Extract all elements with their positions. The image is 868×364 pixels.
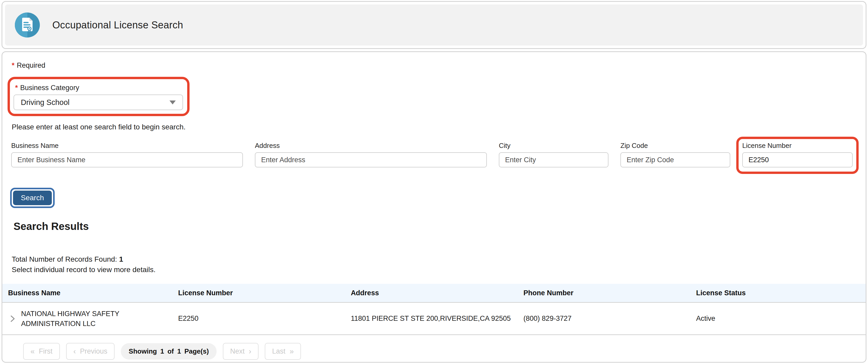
column-header-phone-number: Phone Number (521, 289, 693, 297)
license-number-label: License Number (742, 142, 852, 150)
occupational-license-search-page: Occupational License Search *Required *B… (0, 1, 868, 363)
search-hint-text: Please enter at least one search field t… (2, 123, 866, 131)
dropdown-arrow-icon (169, 100, 176, 104)
zip-code-label: Zip Code (620, 142, 730, 150)
records-found-count: 1 (119, 255, 123, 263)
pagination-total-pages: 1 (177, 347, 181, 356)
search-button-focus-ring: Search (10, 188, 55, 208)
pagination-first-label: First (39, 347, 52, 356)
pagination-showing-text: Showing (129, 347, 157, 356)
license-number-field: License Number (742, 142, 852, 168)
table-row[interactable]: NATIONAL HIGHWAY SAFETY ADMINISTRATION L… (2, 303, 866, 335)
results-table: Business Name License Number Address Pho… (2, 284, 866, 335)
pagination-first-button[interactable]: « First (23, 343, 60, 360)
pagination-next-button[interactable]: Next › (223, 343, 258, 360)
cell-business-name: NATIONAL HIGHWAY SAFETY ADMINISTRATION L… (2, 309, 175, 329)
cell-license-status: Active (693, 314, 866, 323)
pagination-pages-text: Page(s) (184, 347, 209, 356)
search-fields-row: Business Name Address City Zip Code Lice… (2, 142, 866, 168)
business-category-select[interactable]: Driving School (13, 94, 183, 110)
cell-phone-number: (800) 829-3727 (521, 314, 693, 323)
double-chevron-right-icon: » (289, 347, 294, 355)
zip-code-input[interactable] (620, 152, 730, 168)
column-header-business-name: Business Name (2, 289, 175, 297)
results-table-header: Business Name License Number Address Pho… (2, 284, 866, 303)
city-label: City (499, 142, 609, 150)
city-input[interactable] (499, 152, 609, 168)
business-name-value: NATIONAL HIGHWAY SAFETY ADMINISTRATION L… (21, 309, 123, 329)
chevron-left-icon: ‹ (73, 347, 76, 355)
address-field: Address (255, 142, 487, 168)
business-category-label: *Business Category (15, 84, 183, 92)
search-button-row: Search (10, 188, 866, 208)
address-label: Address (255, 142, 487, 150)
search-panel: *Required *Business Category Driving Sch… (2, 51, 866, 363)
search-button[interactable]: Search (13, 190, 52, 205)
license-number-annotation-box: License Number (736, 137, 859, 174)
records-found-label: Total Number of Records Found: (12, 255, 117, 263)
column-header-license-status: License Status (693, 289, 866, 297)
column-header-address: Address (347, 289, 520, 297)
business-category-selected-value: Driving School (21, 98, 69, 107)
pagination-next-label: Next (230, 347, 245, 356)
page-title: Occupational License Search (52, 20, 183, 31)
pagination: « First ‹ Previous Showing 1 of 1 Page(s… (23, 343, 866, 360)
pagination-previous-button[interactable]: ‹ Previous (66, 343, 115, 360)
chevron-right-icon: › (249, 347, 251, 355)
page-header: Occupational License Search (2, 1, 866, 49)
records-found-line: Total Number of Records Found: 1 (12, 254, 856, 265)
business-category-label-text: Business Category (20, 84, 80, 92)
pagination-status: Showing 1 of 1 Page(s) (121, 343, 217, 360)
required-note-label: Required (17, 61, 45, 69)
pagination-previous-label: Previous (80, 347, 107, 356)
business-category-annotation-box: *Business Category Driving School (7, 77, 189, 116)
header-band: Occupational License Search (5, 4, 863, 46)
business-name-field: Business Name (11, 142, 243, 168)
business-category-required-asterisk: * (15, 84, 18, 92)
cell-address: 11801 PIERCE ST STE 200,RIVERSIDE,CA 925… (347, 314, 520, 323)
column-header-license-number: License Number (175, 289, 347, 297)
license-number-input[interactable] (742, 152, 852, 168)
zip-code-field: Zip Code (620, 142, 730, 168)
search-results-heading: Search Results (2, 220, 866, 232)
pagination-current-page: 1 (160, 347, 164, 356)
license-certificate-icon (15, 12, 40, 37)
expand-row-chevron-icon[interactable] (9, 314, 16, 323)
double-chevron-left-icon: « (30, 347, 35, 355)
required-asterisk: * (12, 61, 14, 69)
cell-license-number: E2250 (175, 314, 347, 323)
address-input[interactable] (255, 152, 487, 168)
city-field: City (499, 142, 609, 168)
results-instruction: Select individual record to view more de… (12, 265, 856, 275)
business-name-input[interactable] (11, 152, 243, 168)
pagination-last-button[interactable]: Last » (265, 343, 301, 360)
results-meta: Total Number of Records Found: 1 Select … (2, 254, 866, 275)
required-note: *Required (2, 61, 866, 69)
pagination-of-text: of (167, 347, 174, 356)
business-name-label: Business Name (11, 142, 243, 150)
business-category-section: *Business Category Driving School (2, 69, 866, 116)
pagination-last-label: Last (272, 347, 285, 356)
